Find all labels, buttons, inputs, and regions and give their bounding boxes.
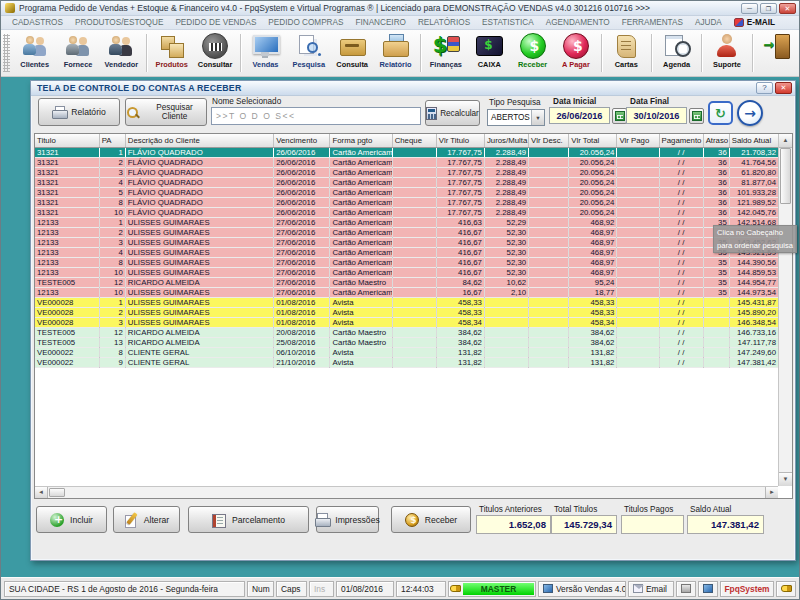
toolbar-consulta-button[interactable]: Consulta: [330, 30, 373, 76]
calendar-inicial-button[interactable]: [612, 108, 627, 124]
table-row[interactable]: TESTE00512RICARDO ALMEIDA27/06/2016Cartã…: [35, 277, 779, 287]
toolbar-separator: [651, 34, 652, 72]
toolbar-vendas-button[interactable]: Vendas: [244, 30, 287, 76]
cell: VE000028: [35, 297, 99, 307]
column-header-cheque[interactable]: Cheque: [392, 134, 436, 147]
menu-item-financeiro[interactable]: FINANCEIRO: [349, 18, 412, 27]
nome-selecionado-input[interactable]: >>T O D O S<<: [211, 107, 421, 125]
toolbar-pesquisa-button[interactable]: Pesquisa: [287, 30, 330, 76]
toolbar-agenda-button[interactable]: Agenda: [655, 30, 698, 76]
table-row[interactable]: 1213310ULISSES GUIMARAES27/06/2016Cartão…: [35, 287, 779, 297]
maximize-icon[interactable]: [760, 3, 777, 14]
toolbar-suporte-button[interactable]: Suporte: [705, 30, 748, 76]
scrollbar-thumb[interactable]: [49, 488, 65, 497]
menu-item-estatistica[interactable]: ESTATISTICA: [476, 18, 540, 27]
menu-item-pedido-compras[interactable]: PEDIDO COMPRAS: [262, 18, 349, 27]
toolbar-relat-rio-button[interactable]: Relatório: [374, 30, 417, 76]
toolbar-cartas-button[interactable]: Cartas: [605, 30, 648, 76]
column-header-vlr-total[interactable]: Vlr Total: [569, 134, 617, 147]
table-row[interactable]: 121334ULISSES GUIMARAES27/06/2016Cartão …: [35, 247, 779, 257]
menu-item-produtos-estoque[interactable]: PRODUTOS/ESTOQUE: [69, 18, 169, 27]
column-header-pagamento[interactable]: Pagamento: [659, 134, 703, 147]
cell: 20/08/2016: [274, 327, 330, 337]
toolbar-finan-as-button[interactable]: Finanças: [424, 30, 467, 76]
column-header-pa[interactable]: PA: [99, 134, 125, 147]
table-row[interactable]: 313211FLÁVIO QUADRADO26/06/2016Cartão Am…: [35, 147, 779, 157]
column-header-atraso[interactable]: Atraso: [703, 134, 729, 147]
alterar-button[interactable]: Alterar: [113, 506, 180, 533]
menu-item-email[interactable]: E-MAIL: [728, 18, 781, 27]
column-header-vlr-desc[interactable]: Vlr Desc.: [529, 134, 569, 147]
table-row[interactable]: 313214FLÁVIO QUADRADO26/06/2016Cartão Am…: [35, 177, 779, 187]
table-row[interactable]: 1213310ULISSES GUIMARAES27/06/2016Cartão…: [35, 267, 779, 277]
cell: 12133: [35, 287, 99, 297]
panel-close-icon[interactable]: [775, 82, 792, 94]
cell: 35: [703, 267, 729, 277]
help-icon[interactable]: [756, 82, 773, 94]
calendar-final-button[interactable]: [689, 108, 704, 124]
parcelamento-button[interactable]: Parcelamento: [188, 506, 309, 533]
table-row[interactable]: TESTE00513RICARDO ALMEIDA25/08/2016Cartã…: [35, 337, 779, 347]
column-header-forma-pgto[interactable]: Forma pgto: [330, 134, 392, 147]
cell: VE000028: [35, 317, 99, 327]
column-header-titulo[interactable]: Titulo: [35, 134, 99, 147]
menu-item-agendamento[interactable]: AGENDAMENTO: [540, 18, 616, 27]
receber-button[interactable]: Receber: [391, 506, 471, 533]
vertical-scrollbar[interactable]: [778, 134, 792, 486]
column-header-juros-multa[interactable]: Juros/Multa: [484, 134, 528, 147]
table-row[interactable]: VE0000283ULISSES GUIMARAES01/08/2016Avis…: [35, 317, 779, 327]
column-header-vencimento[interactable]: Vencimento: [274, 134, 330, 147]
go-button[interactable]: [737, 100, 763, 126]
data-inicial-input[interactable]: 26/06/2016: [549, 107, 610, 124]
table-row[interactable]: 121332ULISSES GUIMARAES27/06/2016Cartão …: [35, 227, 779, 237]
tipo-pesquisa-select[interactable]: ABERTOS: [487, 109, 545, 126]
cell: 147.117,78: [729, 337, 778, 347]
column-header-vlr-pago[interactable]: Vlr Pago: [617, 134, 659, 147]
toolbar-receber-button[interactable]: Receber: [511, 30, 554, 76]
menu-item-pedido-de-vendas[interactable]: PEDIDO DE VENDAS: [169, 18, 262, 27]
table-row[interactable]: VE0000281ULISSES GUIMARAES01/08/2016Avis…: [35, 297, 779, 307]
table-row[interactable]: 313218FLÁVIO QUADRADO26/06/2016Cartão Am…: [35, 197, 779, 207]
relatorio-button[interactable]: Relatório: [38, 98, 120, 126]
table-row[interactable]: 121333ULISSES GUIMARAES27/06/2016Cartão …: [35, 237, 779, 247]
column-header-vlr-titulo[interactable]: Vlr Titulo: [436, 134, 484, 147]
table-row[interactable]: 3132110FLÁVIO QUADRADO26/06/2016Cartão A…: [35, 207, 779, 217]
toolbar-fornece-button[interactable]: Fornece: [56, 30, 99, 76]
table-row[interactable]: VE0000229CLIENTE GERAL21/10/2016Avista13…: [35, 357, 779, 367]
column-header-descri-o-do-cliente[interactable]: Descrição do Cliente: [125, 134, 273, 147]
toolbar-clientes-button[interactable]: Clientes: [13, 30, 56, 76]
menu-item-cadastros[interactable]: CADASTROS: [6, 18, 69, 27]
cell: Cartão Americam: [330, 257, 392, 267]
recalcular-button[interactable]: Recalcular: [425, 100, 480, 126]
table-row[interactable]: 121338ULISSES GUIMARAES27/06/2016Cartão …: [35, 257, 779, 267]
table-row[interactable]: 313213FLÁVIO QUADRADO26/06/2016Cartão Am…: [35, 167, 779, 177]
refresh-button[interactable]: [708, 101, 733, 125]
menu-item-ajuda[interactable]: AJUDA: [689, 18, 728, 27]
chevron-down-icon[interactable]: [531, 110, 544, 125]
toolbar-a-pagar-button[interactable]: A Pagar: [554, 30, 597, 76]
toolbar-produtos-button[interactable]: Produtos: [150, 30, 193, 76]
cell: [617, 337, 659, 347]
close-icon[interactable]: [779, 3, 796, 14]
table-row[interactable]: 121331ULISSES GUIMARAES27/06/2016Cartão …: [35, 217, 779, 227]
incluir-button[interactable]: Incluir: [36, 506, 107, 533]
scrollbar-thumb[interactable]: [780, 148, 791, 204]
menu-item-relat-rios[interactable]: RELATÓRIOS: [412, 18, 476, 27]
horizontal-scrollbar[interactable]: [35, 486, 778, 498]
table-row[interactable]: VE0000228CLIENTE GERAL06/10/2016Avista13…: [35, 347, 779, 357]
column-header-saldo-atual[interactable]: Saldo Atual: [729, 134, 778, 147]
minimize-icon[interactable]: [741, 3, 758, 14]
table-row[interactable]: 313215FLÁVIO QUADRADO26/06/2016Cartão Am…: [35, 187, 779, 197]
menu-item-ferramentas[interactable]: FERRAMENTAS: [616, 18, 689, 27]
toolbar-caixa-button[interactable]: CAIXA: [468, 30, 511, 76]
toolbar-exit-button[interactable]: [756, 30, 799, 76]
impress-es-button[interactable]: Impressões: [316, 506, 379, 533]
toolbar-vendedor-button[interactable]: Vendedor: [100, 30, 143, 76]
toolbar-consultar-button[interactable]: Consultar: [193, 30, 236, 76]
table-row[interactable]: TESTE00512RICARDO ALMEIDA20/08/2016Cartã…: [35, 327, 779, 337]
table-row[interactable]: 313212FLÁVIO QUADRADO26/06/2016Cartão Am…: [35, 157, 779, 167]
data-final-input[interactable]: 30/10/2016: [626, 107, 687, 124]
pesquisar-cliente-button[interactable]: Pesquisar Cliente: [125, 98, 207, 126]
table-row[interactable]: VE0000282ULISSES GUIMARAES01/08/2016Avis…: [35, 307, 779, 317]
panel-caption[interactable]: TELA DE CONTROLE DO CONTAS A RECEBER: [31, 81, 795, 96]
